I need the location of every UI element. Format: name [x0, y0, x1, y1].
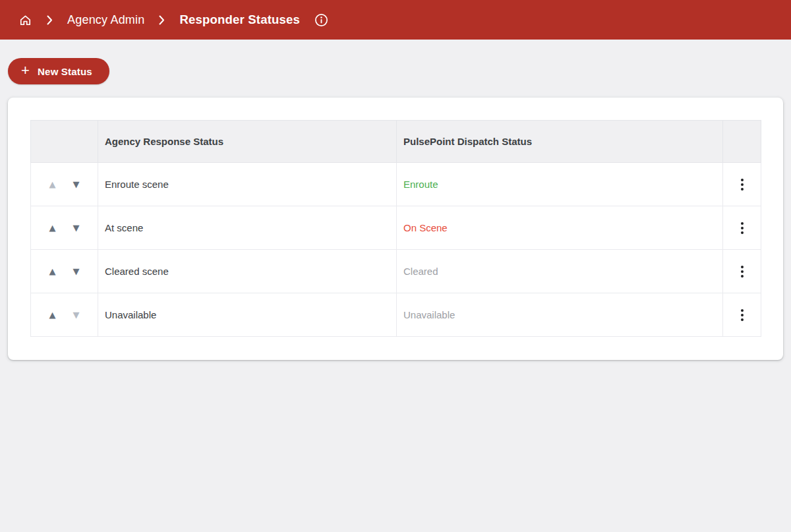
vertical-dots-icon: [741, 309, 744, 312]
agency-status-cell: At scene: [98, 206, 397, 250]
breadcrumb-separator-icon: [47, 15, 53, 25]
row-menu-button[interactable]: [730, 260, 754, 283]
table-row: ▲ ▼ At scene On Scene: [31, 206, 761, 250]
breadcrumb-current-responder-statuses: Responder Statuses: [179, 13, 300, 27]
dispatch-status-cell: Unavailable: [397, 293, 723, 337]
agency-status-cell: Unavailable: [98, 293, 397, 337]
row-actions-cell: [723, 206, 761, 250]
dispatch-status-value: On Scene: [403, 222, 448, 233]
vertical-dots-icon: [741, 266, 744, 268]
column-header-reorder: [31, 121, 98, 163]
column-header-actions: [723, 121, 761, 163]
row-actions-cell: [723, 250, 761, 293]
app-header: Agency Admin Responder Statuses: [0, 0, 791, 40]
move-up-button: ▲: [48, 177, 57, 191]
table-row: ▲ ▼ Enroute scene Enroute: [31, 163, 761, 206]
reorder-cell: ▲ ▼: [31, 206, 98, 250]
agency-status-cell: Cleared scene: [98, 250, 397, 293]
move-up-button[interactable]: ▲: [48, 308, 57, 322]
move-down-button: ▼: [72, 308, 81, 322]
plus-icon: +: [21, 63, 30, 78]
move-up-button[interactable]: ▲: [48, 264, 57, 278]
dispatch-status-value: Cleared: [403, 266, 438, 277]
agency-status-cell: Enroute scene: [98, 163, 397, 206]
reorder-cell: ▲ ▼: [31, 293, 98, 337]
dispatch-status-value: Unavailable: [403, 309, 455, 320]
dispatch-status-cell: On Scene: [397, 206, 723, 250]
move-down-button[interactable]: ▼: [72, 221, 81, 235]
breadcrumb-separator-icon: [159, 15, 165, 25]
reorder-cell: ▲ ▼: [31, 163, 98, 206]
vertical-dots-icon: [741, 222, 744, 225]
row-menu-button[interactable]: [730, 303, 754, 327]
dispatch-status-cell: Cleared: [397, 250, 723, 293]
row-actions-cell: [723, 293, 761, 337]
row-menu-button[interactable]: [730, 173, 754, 196]
content-card: Agency Response Status PulsePoint Dispat…: [8, 98, 783, 360]
move-down-button[interactable]: ▼: [72, 264, 81, 278]
table-row: ▲ ▼ Unavailable Unavailable: [31, 293, 761, 337]
vertical-dots-icon: [741, 179, 744, 181]
dispatch-status-value: Enroute: [403, 179, 438, 190]
table-row: ▲ ▼ Cleared scene Cleared: [31, 250, 761, 293]
breadcrumb-item-agency-admin[interactable]: Agency Admin: [67, 13, 144, 27]
move-down-button[interactable]: ▼: [72, 177, 81, 191]
column-header-agency-response-status: Agency Response Status: [98, 121, 397, 163]
responder-statuses-table: Agency Response Status PulsePoint Dispat…: [30, 120, 761, 337]
info-icon[interactable]: [314, 13, 328, 27]
row-actions-cell: [723, 163, 761, 206]
dispatch-status-cell: Enroute: [397, 163, 723, 206]
new-status-label: New Status: [38, 66, 92, 77]
column-header-pulsepoint-dispatch-status: PulsePoint Dispatch Status: [397, 121, 723, 163]
new-status-button[interactable]: + New Status: [8, 58, 109, 84]
reorder-cell: ▲ ▼: [31, 250, 98, 293]
home-icon[interactable]: [18, 13, 32, 27]
row-menu-button[interactable]: [730, 216, 754, 240]
table-header-row: Agency Response Status PulsePoint Dispat…: [31, 121, 761, 163]
move-up-button[interactable]: ▲: [48, 221, 57, 235]
